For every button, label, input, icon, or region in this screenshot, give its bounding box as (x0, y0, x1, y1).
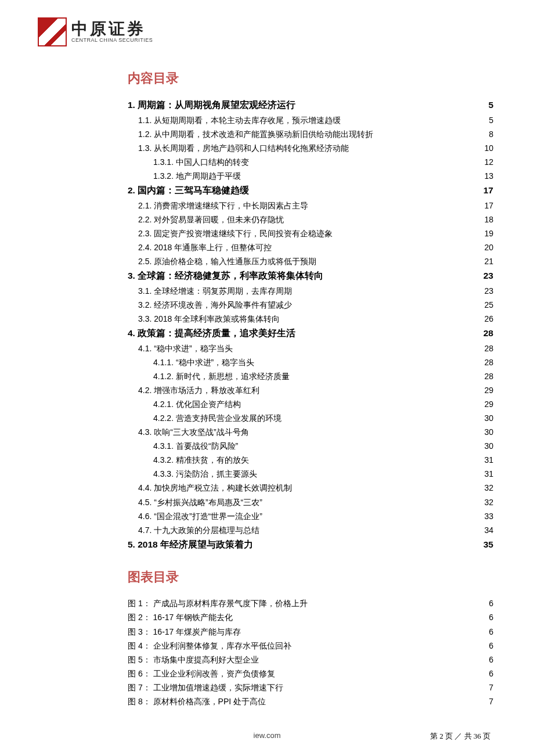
toc-entry[interactable]: 1. 周期篇：从周期视角展望宏观经济运行 5 (128, 98, 493, 113)
toc-entry[interactable]: 4.1.2. 新时代，新思想，追求经济质量 28 (128, 369, 493, 383)
figure-entry[interactable]: 图 7： 工业增加值增速趋缓，实际增速下行 7 (128, 681, 493, 694)
figure-entry[interactable]: 图 3： 16-17 年煤炭产能与库存 6 (128, 625, 493, 639)
toc-entry[interactable]: 5. 2018 年经济展望与政策着力 35 (128, 537, 493, 553)
toc-entry[interactable]: 1.3.2. 地产周期趋于平缓 13 (128, 169, 493, 183)
toc-entry-label: 4.2.1. 优化国企资产结构 (153, 397, 241, 411)
toc-entry-label: 4.2.2. 营造支持民营企业发展的环境 (153, 411, 282, 425)
toc-entry[interactable]: 1.3. 从长周期看，房地产趋弱和人口结构转化拖累经济动能 10 (128, 141, 493, 155)
figure-entry-page: 6 (489, 653, 493, 667)
toc-entry-page: 31 (484, 453, 493, 467)
toc-entry[interactable]: 4.6. “国企混改”打造“世界一流企业” 33 (128, 509, 493, 523)
figure-entry-page: 6 (489, 610, 493, 624)
toc-entry[interactable]: 2.1. 消费需求增速继续下行，中长期因素占主导 17 (128, 199, 493, 213)
toc-entry[interactable]: 4.2.2. 营造支持民营企业发展的环境 30 (128, 411, 493, 425)
brand-name-cn: 中原证券 (71, 21, 153, 37)
toc-entry-label: 2. 国内篇：三驾马车稳健趋缓 (128, 183, 249, 199)
toc-entry[interactable]: 4.3.1. 首要战役“防风险” 30 (128, 439, 493, 453)
toc-entry-page: 23 (484, 284, 493, 298)
toc-entry-page: 13 (484, 169, 493, 183)
toc-entry-page: 17 (484, 199, 493, 213)
toc-entry-label: 4.4. 加快房地产税立法，构建长效调控机制 (138, 481, 292, 495)
figure-entry[interactable]: 图 4： 企业利润整体修复，库存水平低位回补 6 (128, 639, 493, 653)
figure-entry[interactable]: 图 6： 工业企业利润改善，资产负债修复 6 (128, 667, 493, 681)
toc-entry-label: 3.2. 经济环境改善，海外风险事件有望减少 (138, 298, 292, 312)
footer-url: iew.com (254, 731, 281, 740)
figure-entry[interactable]: 图 1： 产成品与原材料库存景气度下降，价格上升 6 (128, 596, 493, 610)
toc-entry-label: 3.1. 全球经增速：弱复苏周期，去库存周期 (138, 284, 292, 298)
toc-entry[interactable]: 4.3.3. 污染防治，抓主要源头 31 (128, 467, 493, 481)
toc-entry-label: 2.4. 2018 年通胀率上行，但整体可控 (138, 240, 272, 254)
toc-entry-page: 29 (484, 383, 493, 397)
figure-entry-label: 图 8： 原材料价格高涨，PPI 处于高位 (128, 694, 266, 708)
toc-entry-label: 4.6. “国企混改”打造“世界一流企业” (138, 509, 262, 523)
toc-entry-page: 34 (484, 523, 493, 537)
toc-entry-page: 23 (484, 268, 493, 284)
toc-entry[interactable]: 1.2. 从中周期看，技术改造和产能置换驱动新旧供给动能出现转折 8 (128, 127, 493, 141)
figure-entry-page: 7 (489, 694, 493, 708)
figure-entry-label: 图 7： 工业增加值增速趋缓，实际增速下行 (128, 681, 283, 694)
figure-entry[interactable]: 图 8： 原材料价格高涨，PPI 处于高位 7 (128, 694, 493, 708)
toc-entry-page: 30 (484, 425, 493, 439)
toc-entry-label: 4.3.3. 污染防治，抓主要源头 (153, 467, 257, 481)
figure-entry-label: 图 2： 16-17 年钢铁产能去化 (128, 610, 233, 624)
toc-entry-label: 4.3.1. 首要战役“防风险” (153, 439, 238, 453)
toc-entry-page: 19 (484, 226, 493, 240)
toc-entry-page: 28 (484, 326, 493, 341)
toc-entry[interactable]: 1.3.1. 中国人口结构的转变 12 (128, 155, 493, 169)
logo-icon (38, 17, 67, 46)
toc-entry-label: 4.1.1. “稳中求进”，稳字当头 (153, 355, 254, 369)
toc-entry[interactable]: 3.2. 经济环境改善，海外风险事件有望减少 25 (128, 298, 493, 312)
toc-entry[interactable]: 4.7. 十九大政策的分层梳理与总结 34 (128, 523, 493, 537)
toc-entry[interactable]: 3.3. 2018 年全球利率政策或将集体转向 26 (128, 312, 493, 326)
figure-entry[interactable]: 图 5： 市场集中度提高利好大型企业 6 (128, 653, 493, 667)
toc-entry-label: 1.3. 从长周期看，房地产趋弱和人口结构转化拖累经济动能 (138, 141, 349, 155)
toc-entry[interactable]: 4.2.1. 优化国企资产结构 29 (128, 397, 493, 411)
figure-entry-label: 图 3： 16-17 年煤炭产能与库存 (128, 625, 241, 639)
figure-entry-label: 图 6： 工业企业利润改善，资产负债修复 (128, 667, 275, 681)
toc-entry-page: 18 (484, 213, 493, 226)
toc-entry[interactable]: 4.1. “稳中求进”，稳字当头 28 (128, 341, 493, 355)
toc-entry[interactable]: 4.3.2. 精准扶贫，有的放矢 31 (128, 453, 493, 467)
toc-entry-page: 17 (484, 183, 493, 199)
toc-entry[interactable]: 4.1.1. “稳中求进”，稳字当头 28 (128, 355, 493, 369)
toc-entry-page: 5 (489, 113, 493, 127)
toc-entry[interactable]: 4. 政策篇：提高经济质量，追求美好生活 28 (128, 326, 493, 341)
toc-entry-page: 8 (489, 127, 493, 141)
brand-logo: 中原证券 CENTRAL CHINA SECURITIES (38, 17, 490, 46)
toc-entry[interactable]: 4.3. 吹响“三大攻坚战”战斗号角 30 (128, 425, 493, 439)
toc-entry[interactable]: 2.2. 对外贸易显著回暖，但未来仍存隐忧 18 (128, 213, 493, 226)
toc-entry-label: 2.1. 消费需求增速继续下行，中长期因素占主导 (138, 199, 308, 213)
toc-entry[interactable]: 3.1. 全球经增速：弱复苏周期，去库存周期 23 (128, 284, 493, 298)
toc-entry-label: 4.1. “稳中求进”，稳字当头 (138, 341, 233, 355)
toc-entry[interactable]: 2.3. 固定资产投资增速继续下行，民间投资有企稳迹象 19 (128, 226, 493, 240)
figure-entry-label: 图 4： 企业利润整体修复，库存水平低位回补 (128, 639, 291, 653)
toc-entry-label: 1.1. 从短期周期看，本轮主动去库存收尾，预示增速趋缓 (138, 113, 341, 127)
toc-entry-page: 28 (484, 355, 493, 369)
toc-entry-label: 1.3.1. 中国人口结构的转变 (153, 155, 249, 169)
toc-entry-page: 12 (484, 155, 493, 169)
toc-entry-page: 10 (484, 141, 493, 155)
toc-entry[interactable]: 4.5. “乡村振兴战略”布局惠及“三农” 32 (128, 495, 493, 509)
toc-entry-page: 5 (488, 98, 493, 113)
toc-entry-label: 2.2. 对外贸易显著回暖，但未来仍存隐忧 (138, 213, 284, 226)
toc-entry[interactable]: 2. 国内篇：三驾马车稳健趋缓 17 (128, 183, 493, 199)
toc-entry-label: 4.3.2. 精准扶贫，有的放矢 (153, 453, 249, 467)
toc-entry-label: 4. 政策篇：提高经济质量，追求美好生活 (128, 326, 295, 341)
toc-entry-label: 3. 全球篇：经济稳健复苏，利率政策将集体转向 (128, 268, 323, 284)
toc-entry-label: 4.3. 吹响“三大攻坚战”战斗号角 (138, 425, 249, 439)
toc-entry[interactable]: 2.4. 2018 年通胀率上行，但整体可控 20 (128, 240, 493, 254)
toc-entry[interactable]: 1.1. 从短期周期看，本轮主动去库存收尾，预示增速趋缓 5 (128, 113, 493, 127)
toc-entry-page: 33 (484, 509, 493, 523)
toc-entry-label: 1.2. 从中周期看，技术改造和产能置换驱动新旧供给动能出现转折 (138, 127, 373, 141)
toc-entry-page: 26 (484, 312, 493, 326)
toc-entry[interactable]: 4.2. 增强市场活力，释放改革红利 29 (128, 383, 493, 397)
toc-entry-label: 1. 周期篇：从周期视角展望宏观经济运行 (128, 98, 295, 113)
toc-entry[interactable]: 2.5. 原油价格企稳，输入性通胀压力或将低于预期 21 (128, 254, 493, 268)
toc-entry-page: 28 (484, 341, 493, 355)
figure-entry-label: 图 5： 市场集中度提高利好大型企业 (128, 653, 259, 667)
toc-entry-label: 4.2. 增强市场活力，释放改革红利 (138, 383, 259, 397)
figure-entry[interactable]: 图 2： 16-17 年钢铁产能去化 6 (128, 610, 493, 624)
page-footer: iew.com 第 2 页 ／ 共 36 页 (0, 731, 534, 741)
toc-entry[interactable]: 4.4. 加快房地产税立法，构建长效调控机制 32 (128, 481, 493, 495)
toc-entry[interactable]: 3. 全球篇：经济稳健复苏，利率政策将集体转向 23 (128, 268, 493, 284)
